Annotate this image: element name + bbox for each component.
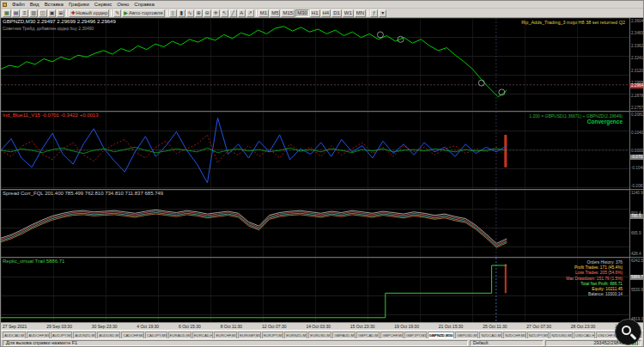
- metaeditor-icon: ✎: [115, 10, 119, 15]
- menu-file[interactable]: Файл: [9, 2, 27, 7]
- chart-tab-audusd-m30[interactable]: AUDUSD,M30: [97, 332, 120, 338]
- trendline-button[interactable]: ╱: [229, 9, 237, 17]
- profile-name: Default: [473, 340, 488, 345]
- trail-plot[interactable]: Replic_virtual Trail 5886.71 Orders Hist…: [1, 258, 629, 322]
- chart-tab-usdcad-h1[interactable]: USDCAD,H1: [574, 332, 595, 338]
- spread-scale[interactable]: 1140.9903.4665.9428.4785.5: [629, 190, 643, 257]
- new-order-button[interactable]: ✚ Новый ордер: [69, 9, 109, 17]
- time-label: 15 Oct 23:30: [350, 324, 375, 329]
- cursor-button[interactable]: ↖: [221, 9, 228, 17]
- terminal-button[interactable]: ▣: [48, 9, 57, 17]
- timeframe-h4[interactable]: H4: [321, 9, 331, 17]
- chart-tab-gbpchf-m30[interactable]: GBPCHF,M30: [380, 332, 404, 338]
- chart-tab-audnzd-m15[interactable]: AUDNZD,M15: [73, 332, 96, 338]
- chart-tab-cadchf-m15[interactable]: CADCHF,M15: [121, 332, 144, 338]
- timeframe-m5[interactable]: M5: [270, 9, 280, 17]
- time-label: 25 Oct 11:30: [483, 324, 507, 329]
- chart-tab-eurnzd-m30[interactable]: EURNZD,M30: [284, 332, 307, 338]
- line-chart-button[interactable]: ∿: [186, 9, 194, 17]
- chart-tab-eurusd-m15[interactable]: EURUSD,M15: [308, 332, 331, 338]
- timeframe-m1[interactable]: M1: [258, 9, 269, 17]
- navigator-button[interactable]: ◫: [39, 9, 47, 17]
- chart-tab-eurchf-m30[interactable]: EURCHF,M30: [214, 332, 237, 338]
- chart-tab-eurgbp-m15[interactable]: EURGBP,M15: [238, 332, 261, 338]
- toolbar-group-indicators: ƒ▾: [370, 9, 386, 17]
- scale-value: 2.27570: [631, 106, 643, 110]
- crosshair-icon: ✛: [214, 10, 218, 15]
- zoom-in-button[interactable]: ⊕: [195, 9, 203, 17]
- chart-tab-nzdusd-m15[interactable]: NZDUSD,M15: [550, 332, 573, 338]
- time-label: 4 Oct 19:30: [137, 324, 159, 329]
- timeframe-mn[interactable]: MN: [355, 9, 366, 17]
- scale-value: 2.36040: [631, 19, 643, 23]
- indicators-button[interactable]: ƒ: [370, 9, 378, 17]
- menu-insert[interactable]: Вставка: [42, 2, 66, 7]
- time-axis[interactable]: 27 Sep 202129 Sep 03:3030 Sep 23:304 Oct…: [1, 322, 643, 330]
- chart-tab-audjpy-m30[interactable]: AUDJPY,M30: [51, 332, 73, 338]
- crosshair-button[interactable]: ✛: [212, 9, 220, 17]
- toolbar-separator: [167, 9, 167, 16]
- chart-tab-cadjpy-m30[interactable]: CADJPY,M30: [145, 332, 167, 338]
- chart-tab-gbpcad-m15[interactable]: GBPCAD,M15: [356, 332, 380, 338]
- oscillator-plot[interactable]: Ind_Blue11_V15 -0.0701 -0.3422 +0.0013 1…: [1, 112, 629, 189]
- spread-plot[interactable]: Spread Corr_FQL 201.400 785.499 762.810 …: [1, 190, 629, 257]
- chart-tab-nzdchf-m15[interactable]: NZDCHF,M15: [503, 332, 526, 338]
- trail-scale[interactable]: 6242.55530.94819.35886.7: [629, 258, 643, 322]
- autotrade-button[interactable]: ▶ Авто-торговля: [122, 9, 164, 17]
- price-scale[interactable]: 2.360402.348302.336202.324102.312002.299…: [629, 18, 643, 111]
- time-label: 6 Oct 15:30: [179, 324, 201, 329]
- chart-tab-gbpaud-m30[interactable]: GBPAUD,M30: [332, 332, 355, 338]
- chart-tab-eurcad-h1[interactable]: EURCAD,H1: [192, 332, 214, 338]
- timeframe-m15[interactable]: M15: [281, 9, 295, 17]
- timeframe-h1[interactable]: H1: [310, 9, 320, 17]
- chart-tab-gbpnzd-m30[interactable]: GBPNZD,M30: [428, 332, 455, 338]
- cursor-icon: ↖: [222, 10, 227, 15]
- market-watch-button[interactable]: ≡: [21, 9, 28, 17]
- bar-chart-button[interactable]: ▯: [169, 9, 177, 17]
- new-chart-button[interactable]: ▦: [3, 9, 11, 17]
- arrow-tool-button[interactable]: ↗: [246, 9, 254, 17]
- trail-chart: [1, 258, 629, 322]
- candlestick-button[interactable]: ▮: [178, 9, 185, 17]
- price-plot[interactable]: GBPNZD,M30 2.29497 2.29699 2.29496 2.296…: [1, 18, 629, 111]
- templates-button[interactable]: ▾: [379, 9, 386, 17]
- time-label: 29 Sep 03:30: [46, 324, 72, 329]
- menu-view[interactable]: Вид: [27, 2, 42, 7]
- menu-charts[interactable]: Графики: [66, 2, 92, 7]
- chart-tab-nzdjpy-m30[interactable]: NZDJPY,M30: [527, 332, 549, 338]
- time-label: 19 Oct 19:30: [394, 324, 419, 329]
- menu-window[interactable]: Окно: [114, 2, 131, 7]
- bar-chart-icon: ▯: [171, 10, 173, 15]
- zoom-widget[interactable]: [615, 319, 641, 345]
- metaeditor-button[interactable]: ✎: [113, 9, 121, 17]
- chart-profiles-button[interactable]: ▤: [12, 9, 21, 17]
- price-chart: [1, 18, 629, 111]
- osc-chart: [1, 112, 629, 189]
- text-label-button[interactable]: A: [238, 9, 246, 17]
- oscillator-scale[interactable]: 0.20810.10400.0000-0.1040-0.2081-0.0701: [629, 112, 643, 189]
- menu-help[interactable]: Справка: [131, 2, 157, 7]
- data-window-button[interactable]: ▥: [29, 9, 38, 17]
- timeframe-w1[interactable]: W1: [343, 9, 354, 17]
- chart-tab-gbpusd-m30[interactable]: GBPUSD,M30: [455, 332, 478, 338]
- indicators-icon: ƒ: [373, 10, 375, 15]
- chart-area[interactable]: GBPNZD,M30 2.29497 2.29699 2.29496 2.296…: [1, 18, 643, 322]
- status-profile[interactable]: Default: [470, 340, 544, 346]
- current-value-box: 2.29640: [630, 83, 643, 88]
- navigator-icon: ◫: [40, 10, 46, 15]
- chart-tab-gbpjpy-m15[interactable]: GBPJPY,M15: [404, 332, 427, 338]
- timeframe-d1[interactable]: D1: [331, 9, 342, 17]
- new-order-label: Новый ордер: [76, 10, 107, 15]
- strategy-tester-button[interactable]: ⊞: [57, 9, 64, 17]
- time-label: 30 Sep 23:30: [92, 324, 118, 329]
- zoom-out-button[interactable]: ⊖: [204, 9, 211, 17]
- chart-tab-audcad-m15[interactable]: AUDCAD,M15: [3, 332, 26, 338]
- chart-tab-euraud-m30[interactable]: EURAUD,M30: [168, 332, 191, 338]
- chart-tab-nzdcad-m30[interactable]: NZDCAD,M30: [479, 332, 502, 338]
- price-panel: GBPNZD,M30 2.29497 2.29699 2.29496 2.296…: [1, 18, 643, 111]
- menu-service[interactable]: Сервис: [92, 2, 115, 7]
- timeframe-m30[interactable]: M30: [295, 9, 309, 17]
- chart-tab-eurjpy-m30[interactable]: EURJPY,M30: [262, 332, 284, 338]
- market-watch-icon: ≡: [23, 10, 27, 15]
- chart-tab-audchf-m30[interactable]: AUDCHF,M30: [27, 332, 50, 338]
